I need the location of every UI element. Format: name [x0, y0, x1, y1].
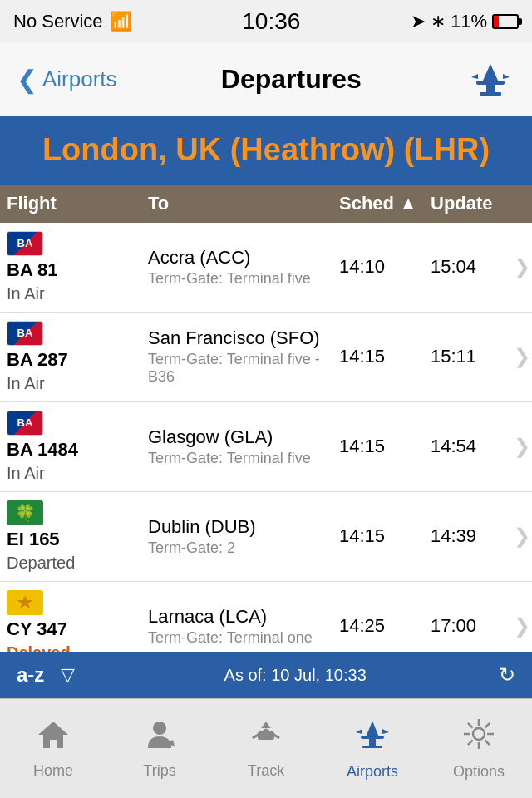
svg-marker-14	[366, 721, 379, 737]
status-bar: No Service 📶 10:36 ➤ ∗ 11%	[0, 0, 532, 43]
tab-track[interactable]: Track	[213, 718, 319, 780]
col-sched: Sched ▲	[332, 193, 424, 214]
col-flight: Flight	[0, 193, 141, 214]
svg-rect-11	[258, 732, 274, 740]
tab-bar: Home Trips Track	[0, 698, 532, 798]
back-label: Airports	[42, 66, 117, 92]
sched-cell: 14:25	[332, 615, 424, 637]
row-chevron: ❯	[507, 345, 532, 368]
status-signal: No Service 📶	[13, 11, 132, 32]
destination: Glasgow (GLA)	[148, 426, 326, 448]
tab-track-label: Track	[248, 762, 284, 780]
svg-rect-16	[362, 746, 382, 748]
no-service-text: No Service	[13, 11, 103, 32]
flight-status: In Air	[7, 284, 135, 303]
destination: Accra (ACC)	[148, 247, 326, 268]
airline-logo: BA	[7, 411, 43, 436]
flight-number: BA 1484	[7, 439, 135, 461]
svg-marker-7	[38, 722, 68, 748]
airline-logo: BA	[7, 321, 43, 346]
row-chevron: ❯	[507, 525, 532, 548]
svg-marker-5	[471, 74, 478, 79]
status-time: 10:36	[242, 8, 300, 35]
svg-marker-17	[382, 729, 389, 734]
update-cell: 14:39	[424, 525, 507, 547]
home-icon	[37, 718, 70, 757]
location-icon: ➤	[411, 11, 426, 32]
svg-rect-15	[369, 737, 376, 746]
flight-status: In Air	[7, 374, 135, 393]
filter-icon[interactable]: ▽	[61, 664, 75, 686]
sched-cell: 14:15	[332, 525, 424, 547]
nav-bar: ❮ Airports Departures	[0, 43, 532, 116]
svg-rect-3	[480, 92, 501, 96]
row-chevron: ❯	[507, 435, 532, 458]
update-cell: 15:04	[424, 256, 507, 278]
battery-icon	[492, 14, 519, 29]
svg-marker-18	[356, 729, 362, 734]
svg-point-19	[473, 728, 485, 740]
destination-cell: Glasgow (GLA) Term-Gate: Terminal five	[141, 426, 332, 467]
flight-number: EI 165	[7, 529, 135, 550]
table-row[interactable]: BA BA 287 In Air San Francisco (SFO) Ter…	[0, 313, 532, 402]
refresh-icon[interactable]: ↻	[499, 663, 515, 687]
gate-info: Term-Gate: Terminal five	[148, 270, 326, 288]
airport-icon[interactable]	[466, 55, 515, 105]
updated-time: 14:39	[431, 525, 476, 546]
destination-cell: Larnaca (LCA) Term-Gate: Terminal one	[141, 606, 332, 647]
svg-marker-1	[482, 64, 499, 82]
svg-marker-6	[17, 595, 33, 608]
svg-line-26	[485, 722, 490, 727]
sort-label[interactable]: a-z	[17, 663, 44, 687]
flight-number: BA 287	[7, 349, 135, 371]
tab-airports[interactable]: Airports	[319, 717, 426, 781]
track-icon	[248, 718, 284, 757]
svg-rect-2	[486, 82, 495, 92]
col-spacer	[507, 193, 532, 214]
tab-home[interactable]: Home	[0, 718, 106, 780]
tab-home-label: Home	[33, 762, 73, 780]
scheduled-time: 14:25	[339, 615, 385, 636]
updated-time: 15:04	[431, 256, 476, 277]
col-update: Update	[424, 193, 507, 214]
sched-cell: 14:15	[332, 436, 424, 457]
updated-time: 14:54	[431, 436, 476, 456]
update-cell: 17:00	[424, 615, 507, 637]
tab-airports-label: Airports	[347, 763, 398, 781]
svg-marker-4	[503, 74, 510, 79]
airline-logo: BA	[7, 231, 43, 256]
table-row[interactable]: BA BA 81 In Air Accra (ACC) Term-Gate: T…	[0, 223, 532, 313]
options-icon	[462, 717, 495, 758]
table-row[interactable]: BA BA 1484 In Air Glasgow (GLA) Term-Gat…	[0, 402, 532, 492]
svg-line-27	[468, 740, 473, 745]
airline-logo: 🍀	[7, 500, 43, 525]
scheduled-time: 14:15	[339, 346, 385, 367]
tab-options[interactable]: Options	[426, 717, 532, 781]
updated-time: 15:11	[431, 346, 476, 367]
destination: Dublin (DUB)	[148, 516, 326, 538]
svg-line-24	[468, 722, 473, 727]
back-button[interactable]: ❮ Airports	[17, 65, 117, 94]
tab-trips[interactable]: Trips	[106, 718, 213, 780]
flight-number-cell: BA BA 81 In Air	[0, 231, 141, 303]
svg-marker-12	[261, 722, 271, 728]
gate-info: Term-Gate: Terminal one	[148, 629, 326, 647]
airports-icon	[354, 717, 391, 758]
destination: Larnaca (LCA)	[148, 606, 326, 628]
scheduled-time: 14:15	[339, 525, 385, 546]
flight-status: Departed	[7, 554, 135, 573]
flight-number: BA 81	[7, 259, 135, 281]
flight-number: CY 347	[7, 618, 135, 640]
flight-number-cell: BA BA 1484 In Air	[0, 411, 141, 483]
destination-cell: Accra (ACC) Term-Gate: Terminal five	[141, 247, 332, 288]
row-chevron: ❯	[507, 255, 532, 278]
col-to: To	[141, 193, 332, 214]
destination: San Francisco (SFO)	[148, 328, 326, 349]
airport-header: London, UK (Heathrow) (LHR)	[0, 116, 532, 185]
table-row[interactable]: 🍀 EI 165 Departed Dublin (DUB) Term-Gate…	[0, 492, 532, 582]
tab-options-label: Options	[453, 763, 505, 781]
gate-info: Term-Gate: Terminal five - B36	[148, 351, 326, 386]
svg-line-25	[485, 740, 490, 745]
flight-number-cell: 🍀 EI 165 Departed	[0, 500, 141, 573]
scheduled-time: 14:10	[339, 256, 385, 277]
